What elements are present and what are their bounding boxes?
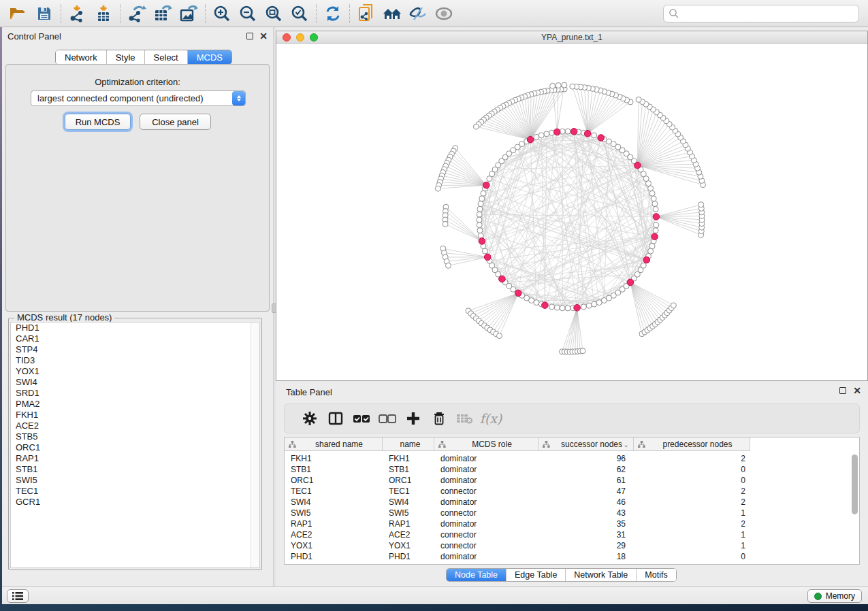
new-network-from-selection-button[interactable] <box>353 3 379 24</box>
table-cell[interactable]: connector <box>434 508 539 518</box>
function-builder-button[interactable]: f(x) <box>478 407 504 430</box>
search-input[interactable] <box>679 7 858 20</box>
tab-mcds[interactable]: MCDS <box>188 50 231 64</box>
export-table-button[interactable] <box>150 3 176 24</box>
table-cell[interactable]: 35 <box>539 518 634 529</box>
table-cell[interactable]: ACE2 <box>383 529 434 540</box>
refresh-view-button[interactable] <box>320 3 346 24</box>
table-cell[interactable]: connector <box>434 540 539 551</box>
mcds-result-item[interactable]: CAR1 <box>11 333 259 344</box>
table-cell[interactable]: STB1 <box>285 464 383 475</box>
table-row[interactable]: SWI4SWI4dominator462 <box>285 497 859 508</box>
zoom-in-button[interactable] <box>209 3 235 24</box>
close-panel-button[interactable]: Close panel <box>140 114 211 130</box>
show-graphics-details-button[interactable] <box>431 3 457 24</box>
table-cell[interactable]: YOX1 <box>285 540 383 551</box>
toggle-panels-button[interactable] <box>323 407 349 430</box>
run-mcds-button[interactable]: Run MCDS <box>65 114 131 130</box>
export-image-button[interactable] <box>176 3 202 24</box>
table-cell[interactable]: dominator <box>434 453 539 464</box>
column-header-predecessor-nodes[interactable]: predecessor nodes <box>634 437 750 451</box>
table-cell[interactable]: 18 <box>539 551 634 562</box>
criterion-select[interactable]: largest connected component (undirected) <box>31 90 246 106</box>
delete-columns-button[interactable] <box>426 407 452 430</box>
tab-edge-table[interactable]: Edge Table <box>507 569 566 581</box>
table-cell[interactable]: dominator <box>434 551 539 562</box>
table-cell[interactable]: TEC1 <box>383 486 434 497</box>
table-cell[interactable]: SWI4 <box>383 497 434 508</box>
tab-style[interactable]: Style <box>107 50 145 64</box>
table-cell[interactable]: 96 <box>539 453 634 464</box>
first-neighbors-button[interactable] <box>379 3 405 24</box>
table-cell[interactable]: 2 <box>634 497 750 508</box>
network-window-titlebar[interactable]: YPA_prune.txt_1 <box>276 31 867 44</box>
table-cell[interactable]: PHD1 <box>383 551 434 562</box>
table-row[interactable]: SWI5SWI5connector431 <box>285 508 859 518</box>
table-cell[interactable]: ORC1 <box>383 475 434 486</box>
table-cell[interactable]: 2 <box>634 486 750 497</box>
save-session-button[interactable] <box>31 3 57 24</box>
table-cell[interactable]: dominator <box>434 464 539 475</box>
table-cell[interactable]: 46 <box>539 497 634 508</box>
tab-motifs[interactable]: Motifs <box>637 569 675 581</box>
tab-select[interactable]: Select <box>145 50 188 64</box>
mcds-result-list[interactable]: PHD1CAR1STP4TID3YOX1SWI4SRD1PMA2FKH1ACE2… <box>10 322 260 568</box>
node-table[interactable]: shared namenameMCDS rolesuccessor nodes⌄… <box>284 437 860 565</box>
import-table-button[interactable] <box>91 3 116 24</box>
mcds-list-scrollbar[interactable] <box>251 323 259 567</box>
select-all-rows-button[interactable] <box>349 407 374 430</box>
mcds-result-item[interactable]: SWI4 <box>11 377 259 388</box>
mcds-result-item[interactable]: PHD1 <box>11 323 259 333</box>
close-table-panel-icon[interactable]: ✕ <box>853 387 861 394</box>
import-network-button[interactable] <box>65 3 91 24</box>
table-row[interactable]: FKH1FKH1dominator962 <box>285 453 859 464</box>
column-header-successor-nodes[interactable]: successor nodes⌄ <box>539 437 634 451</box>
table-row[interactable]: TEC1TEC1connector472 <box>285 486 859 497</box>
mcds-result-item[interactable]: ORC1 <box>11 442 259 453</box>
table-cell[interactable]: ORC1 <box>285 475 383 486</box>
table-cell[interactable]: 43 <box>539 508 634 518</box>
table-row[interactable]: PHD1PHD1dominator180 <box>285 551 859 562</box>
table-cell[interactable]: 0 <box>634 551 750 562</box>
mcds-result-item[interactable]: GCR1 <box>11 497 259 508</box>
delete-table-button[interactable] <box>452 407 478 430</box>
table-cell[interactable]: SWI4 <box>285 497 383 508</box>
column-header-name[interactable]: name <box>383 437 434 451</box>
float-window-icon[interactable] <box>246 33 253 39</box>
table-row[interactable]: RAP1RAP1dominator352 <box>285 518 859 529</box>
mcds-result-item[interactable]: STB1 <box>11 464 259 475</box>
network-canvas[interactable] <box>276 44 867 380</box>
table-cell[interactable]: 2 <box>634 518 750 529</box>
node-table-rows[interactable]: FKH1FKH1dominator962STB1STB1dominator620… <box>285 451 859 564</box>
table-cell[interactable]: STB1 <box>383 464 434 475</box>
table-cell[interactable]: dominator <box>434 518 539 529</box>
table-cell[interactable]: TEC1 <box>285 486 383 497</box>
table-cell[interactable]: YOX1 <box>383 540 434 551</box>
table-row[interactable]: ACE2ACE2connector311 <box>285 529 859 540</box>
table-cell[interactable]: 0 <box>634 475 750 486</box>
mcds-result-item[interactable]: FKH1 <box>11 410 259 420</box>
table-cell[interactable]: 29 <box>539 540 634 551</box>
table-cell[interactable]: SWI5 <box>383 508 434 518</box>
table-cell[interactable]: dominator <box>434 475 539 486</box>
table-cell[interactable]: 61 <box>539 475 634 486</box>
zoom-fit-button[interactable] <box>261 3 287 24</box>
table-row[interactable]: STB1STB1dominator620 <box>285 464 859 475</box>
table-cell[interactable]: 62 <box>539 464 634 475</box>
hide-graphics-details-button[interactable] <box>405 3 431 24</box>
table-cell[interactable]: connector <box>434 529 539 540</box>
zoom-out-button[interactable] <box>235 3 261 24</box>
table-cell[interactable]: dominator <box>434 497 539 508</box>
table-cell[interactable]: 31 <box>539 529 634 540</box>
tab-node-table[interactable]: Node Table <box>447 569 507 581</box>
mcds-result-item[interactable]: RAP1 <box>11 453 259 464</box>
column-header-MCDS-role[interactable]: MCDS role <box>434 437 539 451</box>
table-cell[interactable]: 1 <box>634 540 750 551</box>
table-scrollbar-thumb[interactable] <box>852 455 858 514</box>
memory-button[interactable]: Memory <box>807 589 862 603</box>
table-cell[interactable]: FKH1 <box>383 453 434 464</box>
table-cell[interactable]: 47 <box>539 486 634 497</box>
table-cell[interactable]: 1 <box>634 508 750 518</box>
clear-selection-button[interactable] <box>374 407 400 430</box>
tab-network[interactable]: Network <box>56 50 107 64</box>
